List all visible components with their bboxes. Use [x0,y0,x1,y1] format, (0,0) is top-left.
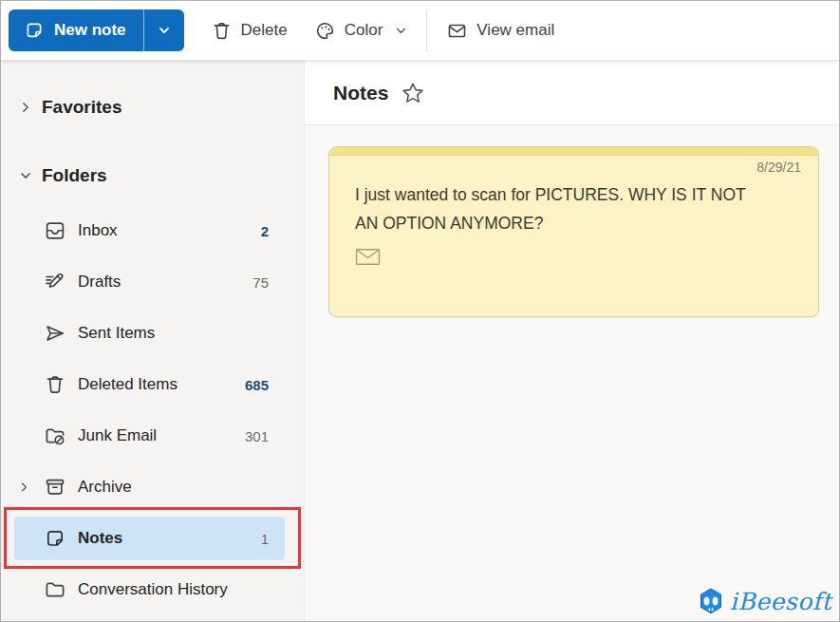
inbox-icon [44,219,66,242]
outlook-notes-window: New note Delete [0,0,840,622]
chevron-down-icon [19,169,32,182]
sidebar-item-notes[interactable]: Notes 1 [1,513,304,564]
page-title: Notes [333,82,388,104]
archive-icon [44,476,66,499]
sidebar-item-sent-items[interactable]: Sent Items [1,308,304,359]
delete-label: Delete [241,21,288,40]
chevron-down-icon [395,25,407,37]
new-note-split-button: New note [9,9,184,51]
folder-label: Conversation History [78,580,228,599]
sidebar-item-conversation-history[interactable]: Conversation History [1,564,304,615]
sidebar-item-inbox[interactable]: Inbox 2 [1,205,304,256]
folder-label: Junk Email [78,426,157,445]
ibeesoft-brand-text: iBeesoft [730,588,831,615]
item-count: 301 [245,428,269,444]
ibeesoft-logo-icon [696,586,726,616]
sidebar-item-deleted-items[interactable]: Deleted Items 685 [1,359,304,410]
junk-folder-icon [44,424,66,447]
new-note-dropdown-button[interactable] [144,9,184,51]
unread-count: 2 [261,223,269,239]
folder-label: Archive [78,478,132,497]
color-label: Color [345,21,383,40]
sidebar-section-folders[interactable]: Folders [1,154,304,198]
notes-pane: Notes 8/29/21 I just wanted to scan for … [305,61,839,622]
note-text: I just wanted to scan for PICTURES. WHY … [355,180,766,237]
command-toolbar: New note Delete [1,1,839,61]
note-date: 8/29/21 [756,160,801,175]
trash-icon [211,20,233,42]
ibeesoft-watermark: iBeesoft [696,586,831,616]
toolbar-separator [426,9,427,51]
folder-label: Drafts [78,273,121,292]
sidebar-item-junk-email[interactable]: Junk Email 301 [1,410,304,462]
notes-header: Notes [305,61,839,125]
delete-button[interactable]: Delete [197,9,301,51]
folders-label: Folders [42,165,107,186]
trash-icon [44,373,66,396]
folder-icon [44,578,66,601]
note-card[interactable]: 8/29/21 I just wanted to scan for PICTUR… [328,146,819,317]
folder-label: Notes [78,529,122,548]
view-email-button[interactable]: View email [433,9,568,51]
note-color-strip [329,147,818,156]
folder-sidebar: Favorites Folders [1,61,305,622]
item-count: 1 [261,531,269,547]
note-icon [44,527,66,550]
mail-icon [355,247,381,267]
favorite-star-icon[interactable] [401,81,425,105]
notes-list: 8/29/21 I just wanted to scan for PICTUR… [305,125,839,622]
item-count: 75 [252,274,269,291]
folder-label: Inbox [78,221,118,240]
unread-count: 685 [245,377,269,393]
drafts-icon [44,271,66,293]
folder-label: Deleted Items [78,375,177,394]
send-icon [44,322,66,345]
color-button[interactable]: Color [301,9,421,51]
chevron-right-icon [18,481,30,494]
mail-icon [446,20,468,42]
folder-label: Sent Items [78,324,155,343]
palette-icon [314,20,336,42]
chevron-down-icon [158,24,171,37]
chevron-right-icon [19,101,32,114]
new-note-button[interactable]: New note [9,9,143,51]
sidebar-item-drafts[interactable]: Drafts 75 [1,256,304,308]
favorites-label: Favorites [42,97,121,118]
sidebar-section-favorites[interactable]: Favorites [1,85,304,129]
new-note-label: New note [54,21,126,40]
note-icon [24,20,45,41]
view-email-label: View email [476,21,554,40]
sidebar-item-archive[interactable]: Archive [1,462,304,513]
